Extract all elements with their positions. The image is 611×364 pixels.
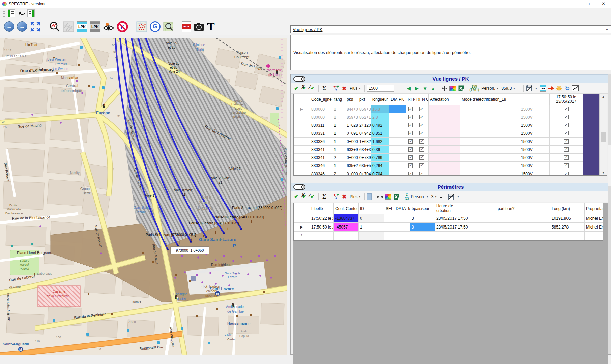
- div-pk-cell[interactable]: [389, 105, 406, 113]
- checkbox[interactable]: ✓: [408, 115, 413, 119]
- column-header[interactable]: SEL_DATA_MNEM: [384, 203, 410, 214]
- color-swatch[interactable]: [367, 193, 372, 200]
- save-dropdown[interactable]: ▼: [456, 195, 460, 198]
- table-row[interactable]: ▶17:50:50 le 23/0...-450571323/05/2017 1…: [294, 223, 603, 232]
- graph-icon[interactable]: [333, 193, 340, 201]
- lines-grid-header-row[interactable]: Code_lignerangpkdpkflongueurDiv. PKRFNRF…: [294, 94, 607, 105]
- palette-icon[interactable]: [449, 86, 456, 91]
- person-dropdown[interactable]: Person.▼: [481, 86, 499, 91]
- contour-color-cell[interactable]: -13684737: [334, 214, 359, 223]
- column-header[interactable]: 17:50:50 le 23/05/2017: [550, 94, 583, 105]
- maximize-button[interactable]: □: [581, 0, 596, 8]
- k-prohibited-icon[interactable]: K: [117, 21, 128, 32]
- checkbox[interactable]: ✓: [564, 131, 569, 135]
- checkbox[interactable]: ✓: [564, 107, 569, 111]
- value-dropdown[interactable]: 859,3▼: [501, 86, 516, 91]
- perimetres-grid[interactable]: LibelléCoul. ContourIDSEL_DATA_MNEMépais…: [293, 203, 603, 241]
- row-indicator[interactable]: [294, 170, 310, 176]
- plus-dropdown[interactable]: Plus▼: [349, 86, 362, 91]
- column-header[interactable]: ID: [359, 203, 384, 214]
- invert-check-icon[interactable]: ✔∕: [309, 193, 316, 201]
- table-row[interactable]: 83033610+0001+6821,682✓✓1500V✓: [294, 138, 607, 146]
- checkbox[interactable]: ✓: [419, 107, 424, 111]
- column-header[interactable]: partition?: [496, 203, 550, 214]
- person-dropdown[interactable]: Person.▼: [410, 194, 429, 199]
- checkbox[interactable]: [521, 234, 525, 238]
- table-row[interactable]: ▶8300001844+000859+30015,3✓✓1500V✓: [294, 105, 607, 113]
- column-header[interactable]: Heure de création: [435, 203, 496, 214]
- checkbox[interactable]: ✓: [419, 139, 424, 144]
- zoom-route-icon[interactable]: [49, 21, 60, 32]
- fit-columns-icon[interactable]: [441, 85, 448, 92]
- div-pk-cell[interactable]: [389, 162, 406, 170]
- panel-scrollbar[interactable]: [608, 74, 611, 354]
- row-indicator[interactable]: [294, 146, 310, 154]
- contour-color-cell[interactable]: -45057: [334, 223, 359, 232]
- perimetres-panel-toggle[interactable]: [293, 184, 306, 190]
- check-all-icon[interactable]: ✔: [293, 193, 300, 201]
- column-header[interactable]: RFN: [406, 94, 415, 105]
- column-header[interactable]: Code_ligne: [310, 94, 332, 105]
- row-indicator[interactable]: [294, 138, 310, 146]
- checkbox[interactable]: ✓: [419, 115, 424, 119]
- checkbox[interactable]: ✓: [419, 123, 424, 127]
- checkbox[interactable]: ✓: [408, 131, 413, 135]
- lines-grid[interactable]: Code_lignerangpkdpkflongueurDiv. PKRFNRF…: [293, 94, 607, 176]
- checkbox[interactable]: ✓: [564, 123, 569, 127]
- contour-color-cell[interactable]: [334, 232, 359, 240]
- div-pk-cell[interactable]: [389, 138, 406, 146]
- column-header[interactable]: pkf: [358, 94, 371, 105]
- row-indicator[interactable]: *: [294, 232, 310, 240]
- sum-icon[interactable]: Σ: [321, 85, 328, 92]
- text-tool-icon[interactable]: T: [207, 21, 215, 32]
- column-header[interactable]: épaisseur: [410, 203, 435, 214]
- div-pk-cell[interactable]: [389, 146, 406, 154]
- uncheck-all-icon[interactable]: ✔✗: [301, 193, 308, 201]
- checkbox[interactable]: ✓: [408, 123, 413, 127]
- column-header[interactable]: Affectation: [429, 94, 460, 105]
- refresh-icon[interactable]: ↻: [564, 85, 571, 92]
- checkbox[interactable]: ✓: [408, 107, 413, 111]
- value-dropdown[interactable]: 3▼: [431, 194, 438, 199]
- plus-dropdown[interactable]: Plus▼: [349, 194, 362, 199]
- checkbox[interactable]: ✓: [564, 172, 569, 176]
- table-row[interactable]: 8300001859+300862+1002,8✓✓1500V✓: [294, 113, 607, 121]
- equals-button[interactable]: =: [517, 86, 521, 91]
- checkbox[interactable]: [521, 225, 525, 229]
- row-indicator[interactable]: ▶: [294, 105, 310, 113]
- checkbox[interactable]: ✓: [564, 139, 569, 144]
- purple-column-header[interactable]: [583, 94, 600, 105]
- column-header[interactable]: pkd: [345, 94, 358, 105]
- filter-input[interactable]: 1500: [367, 85, 394, 92]
- view-selector-dropdown[interactable]: Vue lignes / PK ▼: [290, 25, 611, 33]
- div-pk-cell[interactable]: [389, 121, 406, 129]
- camera-icon[interactable]: [193, 21, 205, 32]
- checkbox[interactable]: ✓: [408, 147, 413, 152]
- check-all-icon[interactable]: ✔: [293, 85, 300, 92]
- search-map-icon[interactable]: [163, 21, 174, 32]
- checkbox[interactable]: ✓: [419, 147, 424, 152]
- eye-icon[interactable]: [103, 21, 114, 32]
- signature-icon[interactable]: [17, 9, 26, 17]
- red-dots-map-icon[interactable]: [136, 21, 147, 32]
- lines-grid-scrollbar[interactable]: ▲ ▼: [599, 94, 607, 175]
- nav-up-icon[interactable]: ▲: [430, 85, 436, 92]
- save-icon[interactable]: [526, 85, 533, 92]
- column-header[interactable]: [294, 94, 310, 105]
- checkbox[interactable]: ✓: [408, 139, 413, 144]
- map-view[interactable]: Up ThaïBest WesternPremierLe SwannRue d'…: [0, 38, 287, 355]
- column-header[interactable]: Div. PK: [389, 94, 406, 105]
- row-indicator[interactable]: [294, 214, 310, 223]
- table-row[interactable]: 17:50:22 le 23/0...-136847370323/05/2017…: [294, 214, 603, 223]
- column-header[interactable]: [294, 203, 310, 214]
- row-indicator[interactable]: [294, 162, 310, 170]
- row-indicator[interactable]: ▶: [294, 223, 310, 232]
- column-header[interactable]: longueur: [371, 94, 389, 105]
- table-row[interactable]: 83034120+0000+7890,789✓✓1500V✓: [294, 154, 607, 162]
- nav-left-icon[interactable]: ◀: [405, 85, 412, 92]
- delete-icon[interactable]: ✖: [341, 85, 348, 92]
- excel-export-icon[interactable]: [458, 85, 464, 92]
- checkbox[interactable]: ✓: [408, 172, 413, 176]
- lpk-cyan-icon[interactable]: LPK: [77, 21, 87, 32]
- nav-right-icon[interactable]: ▶: [413, 85, 420, 92]
